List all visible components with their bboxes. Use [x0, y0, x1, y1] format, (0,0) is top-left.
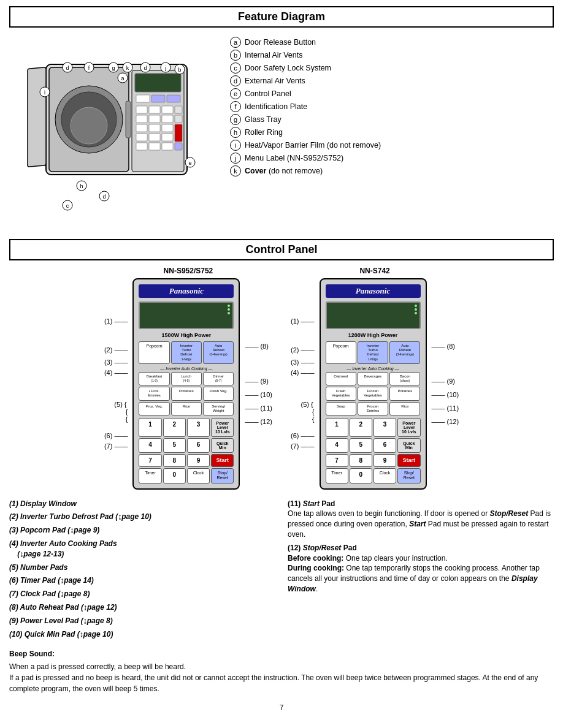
right-btn-8[interactable]: 8 [350, 454, 372, 467]
left-fresh-veg-btn[interactable]: Fresh Veg. [203, 387, 234, 400]
right-clock-btn[interactable]: Clock [373, 468, 396, 483]
left-froz-entrees-btn[interactable]: • Froz.Entrées [139, 387, 169, 400]
svg-rect-15 [149, 115, 160, 123]
right-btn-1[interactable]: 1 [326, 418, 348, 437]
right-btn-4[interactable]: 4 [326, 438, 348, 453]
left-btn-7[interactable]: 7 [139, 454, 161, 467]
right-btn-2[interactable]: 2 [350, 418, 372, 437]
right-number-pad: 1 2 3 PowerLevel10 Lvls 4 5 6 QuickMin 7… [326, 418, 421, 467]
label-11-left-right: —— (11) [245, 404, 272, 412]
feature-text-d: External Air Vents [245, 77, 305, 85]
svg-text:c: c [66, 203, 69, 209]
left-start-btn[interactable]: Start [211, 454, 234, 467]
right-btn-9[interactable]: 9 [373, 454, 396, 467]
desc-4: (4) Inverter Auto Cooking Pads (↨page 12… [9, 539, 275, 559]
left-brand: Panasonic [139, 284, 234, 298]
right-frozen-veg-btn[interactable]: FrozenVegetables [358, 387, 388, 400]
left-stop-btn[interactable]: Stop/Reset [211, 468, 234, 483]
desc-left-column: (1) Display Window (2) Inverter Turbo De… [9, 499, 275, 643]
right-bacon-btn[interactable]: Bacon(slices) [389, 372, 420, 385]
svg-rect-14 [136, 115, 147, 123]
left-dinner-btn[interactable]: Dinner(6-7) [203, 372, 234, 385]
label-4-right: (4) —— [291, 369, 315, 376]
left-rice-btn[interactable]: Rice [171, 402, 202, 415]
right-potatoes-btn[interactable]: Potatoes [389, 387, 420, 400]
right-quick-min-btn[interactable]: QuickMin [397, 438, 420, 453]
feature-item-i: i Heat/Vapor Barrier Film (do not remove… [230, 140, 554, 151]
right-frozen-entrees-btn[interactable]: FrozenEntrées [358, 402, 388, 415]
left-inverter-btn[interactable]: InverterTurboDefrost1-Ndgs [171, 341, 202, 364]
left-auto-reheat-btn[interactable]: AutoReheat(3-4servings) [203, 341, 234, 364]
right-rice-btn[interactable]: Rice [389, 402, 420, 415]
svg-rect-18 [136, 124, 147, 132]
left-section-label: — Inverter Auto Cooking — [139, 366, 234, 371]
left-panel-right-labels: —— (8) —— (9) —— (10) —— (11) —— (12) [245, 343, 272, 425]
desc-5: (5) Number Pads [9, 563, 275, 573]
left-clock-btn[interactable]: Clock [187, 468, 210, 483]
left-btn-8[interactable]: 8 [163, 454, 186, 467]
feature-key-f: f [230, 101, 241, 112]
feature-item-k: k Cover (do not remove) [230, 165, 554, 176]
right-oatmeal-btn[interactable]: Oatmeal [326, 372, 356, 385]
right-popcorn-btn[interactable]: Popcorn [326, 341, 356, 364]
right-power-label: 1200W High Power [326, 332, 421, 338]
right-stop-btn[interactable]: Stop/Reset [397, 468, 420, 483]
feature-item-b: b Internal Air Vents [230, 50, 554, 61]
right-panel-wrapper: (1) —— (2) —— (3) —— (4) —— (5) { { { (6… [291, 278, 459, 490]
left-popcorn-btn[interactable]: Popcorn [139, 341, 169, 364]
right-timer-btn[interactable]: Timer [326, 468, 348, 483]
left-btn-5[interactable]: 5 [163, 438, 186, 453]
right-btn-7[interactable]: 7 [326, 454, 348, 467]
control-panels-row: NN-S952/S752 (1) —— (2) —— (3) —— (4) ——… [9, 267, 554, 490]
right-panel-right-labels: —— (8) —— (9) —— (10) —— (11) —— (12) [432, 343, 459, 425]
right-start-btn[interactable]: Start [397, 454, 420, 467]
label-5-left: (5) { { { [114, 401, 128, 423]
left-serving-btn[interactable]: Serving/Weight [203, 402, 234, 415]
left-btn-2[interactable]: 2 [163, 418, 186, 437]
desc-11: (11) Start Pad One tap allows oven to be… [288, 499, 554, 540]
left-btn-0[interactable]: 0 [163, 468, 186, 483]
feature-item-e: e Control Panel [230, 88, 554, 99]
left-btn-1[interactable]: 1 [139, 418, 161, 437]
left-froz-veg-btn[interactable]: Froz. Veg. [139, 402, 169, 415]
left-btn-6[interactable]: 6 [187, 438, 210, 453]
desc-1-label: (1) Display Window [9, 499, 77, 508]
right-btn-3[interactable]: 3 [373, 418, 396, 437]
right-btn-0[interactable]: 0 [350, 468, 372, 483]
right-display-window [326, 301, 421, 329]
right-soup-btn[interactable]: Soup [326, 402, 356, 415]
label-9-left-right: —— (9) [245, 377, 269, 385]
svg-point-4 [71, 107, 107, 144]
rdot3 [415, 312, 417, 314]
svg-rect-21 [175, 124, 182, 142]
right-beverages-btn[interactable]: Beverages [358, 372, 388, 385]
left-btn-9[interactable]: 9 [187, 454, 210, 467]
left-lunch-btn[interactable]: Lunch(4-5) [171, 372, 202, 385]
left-panel-left-labels: (1) —— (2) —— (3) —— (4) —— (5) { { { (6… [104, 317, 128, 450]
left-potatoes-btn[interactable]: Potatoes [171, 387, 202, 400]
right-top-buttons: Popcorn InverterTurboDefrost1-Ndgs AutoR… [326, 341, 421, 364]
left-bottom-row: Timer 0 Clock Stop/Reset [139, 468, 234, 483]
right-inverter-btn[interactable]: InverterTurboDefrost1-Ndgs [358, 341, 388, 364]
feature-key-e: e [230, 88, 241, 99]
right-auto-reheat-btn[interactable]: AutoReheat(3-4servings) [389, 341, 420, 364]
left-power-level-btn[interactable]: PowerLevel10 Lvls [211, 418, 234, 437]
desc-6: (6) Timer Pad (↨page 14) [9, 575, 275, 586]
right-fresh-veg-btn[interactable]: FreshVegetables [326, 387, 356, 400]
feature-text-c: Door Safety Lock System [245, 64, 331, 72]
right-btn-5[interactable]: 5 [350, 438, 372, 453]
left-btn-3[interactable]: 3 [187, 418, 210, 437]
label-5-right: (5) { { { [301, 401, 314, 423]
left-breakfast-btn[interactable]: Breakfast(1-3) [139, 372, 169, 385]
svg-rect-12 [162, 106, 173, 113]
left-quick-min-btn[interactable]: QuickMin [211, 438, 234, 453]
right-power-level-btn[interactable]: PowerLevel10 Lvls [397, 418, 420, 437]
left-btn-4[interactable]: 4 [139, 438, 161, 453]
right-btn-6[interactable]: 6 [373, 438, 396, 453]
right-panel-column: NN-S742 (1) —— (2) —— (3) —— (4) —— (5) … [291, 267, 459, 490]
left-timer-btn[interactable]: Timer [139, 468, 161, 483]
svg-text:g: g [112, 65, 115, 71]
microwave-diagram-svg: a b c d d d e f g h [9, 34, 205, 224]
left-auto-cooking-grid: Breakfast(1-3) Lunch(4-5) Dinner(6-7) • … [139, 372, 234, 415]
label-8-left-right: —— (8) [245, 343, 269, 350]
